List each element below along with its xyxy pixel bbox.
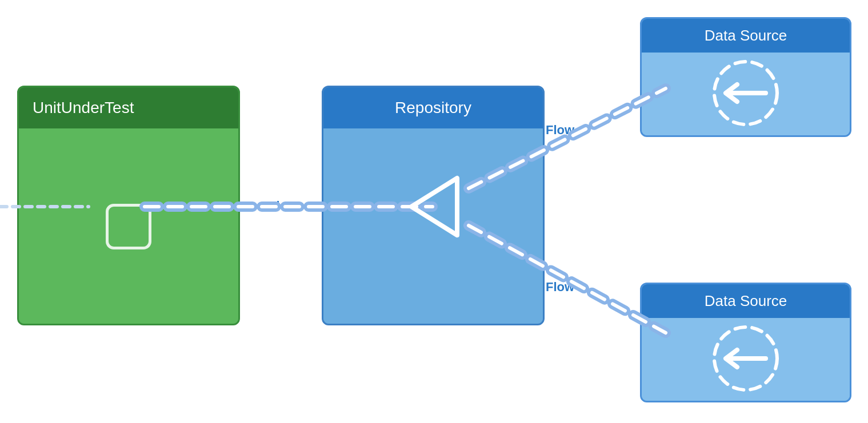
- data-source-bottom-body: [642, 318, 850, 402]
- repository-header: Repository: [323, 87, 543, 128]
- square-icon: [106, 204, 151, 249]
- data-source-top-body: [642, 53, 850, 137]
- data-source-top-label: Data Source: [705, 27, 787, 45]
- unit-under-test-box: UnitUnderTest: [17, 86, 240, 325]
- bottom-flow-label: Flow: [546, 280, 574, 295]
- top-flow-label: Flow: [546, 123, 574, 138]
- data-source-top-header: Data Source: [642, 19, 850, 53]
- diagram-container: UnitUnderTest Repository Data Source Dat…: [0, 0, 868, 423]
- data-source-bottom-label: Data Source: [705, 292, 787, 310]
- data-source-top-box: Data Source: [640, 17, 851, 137]
- main-flow-label: Flow: [269, 199, 297, 213]
- unit-under-test-header: UnitUnderTest: [19, 87, 238, 128]
- repository-label: Repository: [395, 99, 471, 117]
- data-source-bottom-header: Data Source: [642, 284, 850, 318]
- repository-body: [323, 128, 543, 325]
- unit-under-test-body: [19, 128, 238, 325]
- data-source-bottom-box: Data Source: [640, 283, 851, 402]
- unit-under-test-label: UnitUnderTest: [33, 99, 134, 117]
- repository-box: Repository: [322, 86, 545, 325]
